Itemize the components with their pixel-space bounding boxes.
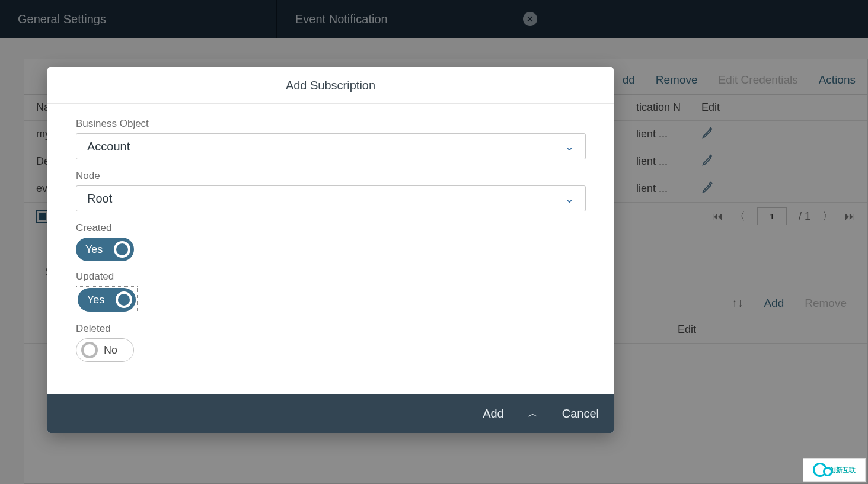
toggle-knob xyxy=(114,241,130,258)
add-subscription-modal: Add Subscription Business Object Account… xyxy=(47,67,614,433)
business-object-label: Business Object xyxy=(76,118,585,130)
business-object-value: Account xyxy=(87,140,130,153)
modal-cancel-button[interactable]: Cancel xyxy=(562,407,599,421)
created-toggle[interactable]: Yes xyxy=(76,238,134,261)
node-label: Node xyxy=(76,170,585,182)
chevron-down-icon: ⌄ xyxy=(564,139,575,153)
deleted-toggle-text: No xyxy=(104,344,117,357)
updated-toggle-text: Yes xyxy=(81,294,104,306)
watermark-logo-icon xyxy=(813,463,827,477)
watermark-badge: 创新互联 xyxy=(803,458,866,482)
business-object-select[interactable]: Account ⌄ xyxy=(76,133,586,159)
modal-add-button[interactable]: Add xyxy=(483,407,504,421)
chevron-up-icon[interactable]: ︿ xyxy=(528,406,538,421)
modal-footer: Add ︿ Cancel xyxy=(47,394,614,433)
updated-label: Updated xyxy=(76,271,585,283)
modal-title: Add Subscription xyxy=(47,67,614,104)
deleted-toggle[interactable]: No xyxy=(76,338,134,362)
created-label: Created xyxy=(76,222,585,234)
chevron-down-icon: ⌄ xyxy=(564,191,575,206)
node-select[interactable]: Root ⌄ xyxy=(76,185,586,211)
toggle-knob xyxy=(81,342,98,358)
deleted-label: Deleted xyxy=(76,323,585,335)
node-value: Root xyxy=(87,192,112,206)
updated-toggle[interactable]: Yes xyxy=(78,288,136,312)
watermark-text: 创新互联 xyxy=(829,466,856,475)
created-toggle-text: Yes xyxy=(79,243,103,256)
toggle-knob xyxy=(116,291,132,308)
